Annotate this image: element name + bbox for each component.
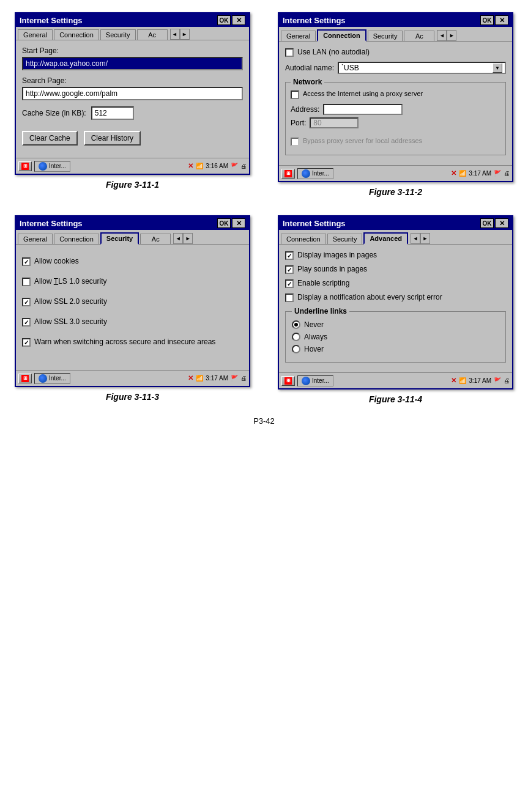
- clear-cache-button[interactable]: Clear Cache: [22, 131, 78, 146]
- use-lan-row: Use LAN (no autodial): [285, 48, 506, 57]
- taskbar-print-2: 🖨: [504, 170, 510, 177]
- taskbar-app-label-4: Inter...: [312, 377, 329, 384]
- ok-button-3[interactable]: OK: [217, 218, 231, 228]
- taskbar-flag-3: 🚩: [231, 375, 238, 382]
- tab-ac-1[interactable]: Ac: [137, 29, 168, 40]
- taskbar-print-3: 🖨: [240, 375, 247, 382]
- proxy-label: Access the Internet using a proxy server: [303, 90, 423, 97]
- tls-checkbox[interactable]: [22, 278, 31, 286]
- autodial-dropdown[interactable]: `USB ▼: [338, 62, 506, 74]
- taskbar-print-4: 🖨: [504, 377, 510, 384]
- close-button-4[interactable]: ✕: [495, 218, 508, 228]
- taskbar-globe-2: [302, 169, 310, 178]
- taskbar-app-1[interactable]: Inter...: [34, 161, 70, 172]
- start-button-2[interactable]: ⊞: [281, 169, 295, 179]
- always-radio[interactable]: [292, 333, 300, 341]
- tab-next-2[interactable]: ►: [447, 30, 456, 41]
- figure-4-block: Internet Settings OK ✕ Connection Securi…: [277, 215, 515, 404]
- tab-prev-3[interactable]: ◄: [173, 233, 183, 244]
- general-content: Start Page: Search Page: Cache Size (in …: [16, 40, 249, 158]
- cookies-checkbox[interactable]: [22, 257, 31, 266]
- tab-bar-4: Connection Security Advanced ◄ ►: [279, 230, 512, 245]
- start-page-label: Start Page:: [22, 46, 243, 55]
- tab-general-3[interactable]: General: [18, 234, 53, 244]
- figures-grid: Internet Settings OK ✕ General Connectio…: [13, 12, 515, 404]
- clear-history-button[interactable]: Clear History: [84, 131, 141, 146]
- titlebar-3: Internet Settings OK ✕: [16, 216, 249, 230]
- ok-button-4[interactable]: OK: [480, 218, 494, 228]
- start-page-input[interactable]: [22, 57, 243, 70]
- tab-security-3[interactable]: Security: [100, 232, 139, 245]
- advanced-content: Display images in pages Play sounds in p…: [279, 245, 512, 372]
- dialog-title-2: Internet Settings: [283, 16, 480, 25]
- tab-prev-2[interactable]: ◄: [437, 30, 447, 41]
- tab-prev-1[interactable]: ◄: [170, 29, 180, 40]
- hover-radio[interactable]: [292, 345, 300, 353]
- play-sounds-row: Play sounds in pages: [285, 265, 506, 274]
- taskbar-4: ⊞ Inter... ✕ 📶 3:17 AM 🚩 🖨: [279, 372, 512, 388]
- ok-button-1[interactable]: OK: [217, 15, 231, 25]
- taskbar-x-4: ✕: [451, 377, 456, 385]
- taskbar-app-4[interactable]: Inter...: [297, 375, 333, 386]
- close-button-3[interactable]: ✕: [232, 218, 245, 228]
- tab-connection-3[interactable]: Connection: [54, 234, 99, 244]
- figure-2-block: Internet Settings OK ✕ General Connectio…: [277, 12, 515, 197]
- tab-security-4[interactable]: Security: [327, 234, 363, 244]
- titlebar-buttons-1: OK ✕: [217, 15, 245, 25]
- warn-checkbox[interactable]: [22, 338, 31, 347]
- never-radio[interactable]: [292, 320, 300, 329]
- tab-next-4[interactable]: ►: [420, 233, 430, 244]
- tab-security-2[interactable]: Security: [368, 31, 403, 41]
- page-number: P3-42: [253, 416, 275, 426]
- warn-label: Warn when switching across secure and in…: [34, 338, 215, 346]
- taskbar-1: ⊞ Inter... ✕ 📶 3:16 AM 🚩 🖨: [16, 158, 249, 174]
- tab-bar-3: General Connection Security Ac ◄ ►: [16, 230, 249, 245]
- taskbar-app-2[interactable]: Inter...: [297, 168, 333, 179]
- tab-general-2[interactable]: General: [281, 31, 316, 41]
- close-button-2[interactable]: ✕: [495, 15, 508, 25]
- dropdown-arrow[interactable]: ▼: [493, 63, 502, 73]
- connection-content: Use LAN (no autodial) Autodial name: `US…: [279, 42, 512, 165]
- underline-legend: Underline links: [292, 307, 349, 316]
- proxy-checkbox[interactable]: [291, 90, 299, 99]
- tab-security-1[interactable]: Security: [100, 29, 136, 40]
- dialog-1: Internet Settings OK ✕ General Connectio…: [15, 12, 250, 175]
- dialog-2: Internet Settings OK ✕ General Connectio…: [278, 12, 513, 182]
- fig3-caption: Figure 3-11-3: [106, 392, 159, 402]
- start-button-3[interactable]: ⊞: [18, 374, 32, 383]
- tab-general-1[interactable]: General: [18, 29, 53, 40]
- tab-next-3[interactable]: ►: [183, 233, 193, 244]
- display-images-row: Display images in pages: [285, 251, 506, 260]
- tab-advanced-4[interactable]: Advanced: [363, 232, 408, 245]
- close-button-1[interactable]: ✕: [232, 15, 245, 25]
- address-input[interactable]: [323, 104, 403, 115]
- display-images-checkbox[interactable]: [285, 251, 294, 260]
- search-page-input[interactable]: [22, 87, 243, 100]
- script-error-checkbox[interactable]: [285, 293, 294, 302]
- tab-connection-1[interactable]: Connection: [54, 29, 99, 40]
- titlebar-2: Internet Settings OK ✕: [279, 13, 512, 27]
- taskbar-x-2: ✕: [451, 169, 456, 177]
- tab-connection-4[interactable]: Connection: [281, 234, 326, 244]
- hover-row: Hover: [292, 345, 499, 353]
- ssl3-checkbox[interactable]: [22, 318, 31, 327]
- bypass-checkbox[interactable]: [291, 138, 299, 146]
- tab-ac-2[interactable]: Ac: [404, 31, 434, 41]
- dialog-title-4: Internet Settings: [283, 219, 480, 228]
- tab-nav-2: ◄ ►: [437, 30, 456, 41]
- cache-size-input[interactable]: [91, 106, 134, 120]
- ssl2-checkbox[interactable]: [22, 298, 31, 306]
- tab-connection-2[interactable]: Connection: [317, 29, 366, 42]
- start-button-4[interactable]: ⊞: [281, 376, 295, 386]
- tab-prev-4[interactable]: ◄: [411, 233, 420, 244]
- tab-next-1[interactable]: ►: [180, 29, 190, 40]
- taskbar-app-label-2: Inter...: [312, 170, 329, 177]
- port-input[interactable]: [310, 117, 359, 128]
- scripting-checkbox[interactable]: [285, 279, 294, 288]
- ok-button-2[interactable]: OK: [480, 15, 494, 25]
- tab-ac-3[interactable]: Ac: [140, 234, 171, 244]
- play-sounds-checkbox[interactable]: [285, 265, 294, 274]
- use-lan-checkbox[interactable]: [285, 48, 294, 57]
- taskbar-app-3[interactable]: Inter...: [34, 373, 70, 384]
- start-button-1[interactable]: ⊞: [18, 161, 32, 171]
